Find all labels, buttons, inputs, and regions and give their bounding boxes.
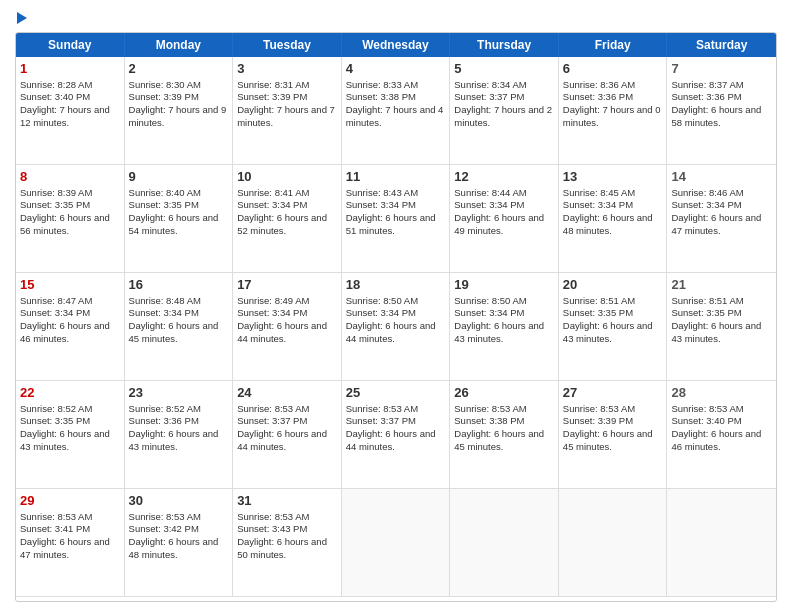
- sunrise-text: Sunrise: 8:51 AM: [671, 295, 743, 306]
- sunset-text: Sunset: 3:40 PM: [671, 415, 741, 426]
- cal-day-2: 2Sunrise: 8:30 AMSunset: 3:39 PMDaylight…: [125, 57, 234, 165]
- daylight-text: Daylight: 6 hours and 44 minutes.: [237, 428, 327, 452]
- sunrise-text: Sunrise: 8:49 AM: [237, 295, 309, 306]
- day-number: 9: [129, 168, 229, 186]
- sunset-text: Sunset: 3:41 PM: [20, 523, 90, 534]
- sunrise-text: Sunrise: 8:53 AM: [20, 511, 92, 522]
- daylight-text: Daylight: 6 hours and 48 minutes.: [129, 536, 219, 560]
- logo-arrow-icon: [17, 12, 27, 24]
- sunset-text: Sunset: 3:34 PM: [454, 307, 524, 318]
- daylight-text: Daylight: 6 hours and 44 minutes.: [346, 320, 436, 344]
- sunset-text: Sunset: 3:37 PM: [237, 415, 307, 426]
- calendar-container: SundayMondayTuesdayWednesdayThursdayFrid…: [0, 0, 792, 612]
- daylight-text: Daylight: 6 hours and 48 minutes.: [563, 212, 653, 236]
- daylight-text: Daylight: 6 hours and 45 minutes.: [563, 428, 653, 452]
- sunset-text: Sunset: 3:40 PM: [20, 91, 90, 102]
- cal-day-15: 15Sunrise: 8:47 AMSunset: 3:34 PMDayligh…: [16, 273, 125, 381]
- daylight-text: Daylight: 6 hours and 43 minutes.: [671, 320, 761, 344]
- daylight-text: Daylight: 6 hours and 44 minutes.: [237, 320, 327, 344]
- sunset-text: Sunset: 3:35 PM: [20, 199, 90, 210]
- sunset-text: Sunset: 3:36 PM: [563, 91, 633, 102]
- daylight-text: Daylight: 6 hours and 58 minutes.: [671, 104, 761, 128]
- day-number: 4: [346, 60, 446, 78]
- sunset-text: Sunset: 3:38 PM: [346, 91, 416, 102]
- day-number: 24: [237, 384, 337, 402]
- daylight-text: Daylight: 6 hours and 50 minutes.: [237, 536, 327, 560]
- sunset-text: Sunset: 3:38 PM: [454, 415, 524, 426]
- day-number: 27: [563, 384, 663, 402]
- daylight-text: Daylight: 6 hours and 49 minutes.: [454, 212, 544, 236]
- daylight-text: Daylight: 6 hours and 45 minutes.: [129, 320, 219, 344]
- sunset-text: Sunset: 3:36 PM: [671, 91, 741, 102]
- day-of-week-thursday: Thursday: [450, 33, 559, 57]
- cal-day-25: 25Sunrise: 8:53 AMSunset: 3:37 PMDayligh…: [342, 381, 451, 489]
- sunset-text: Sunset: 3:34 PM: [237, 199, 307, 210]
- sunset-text: Sunset: 3:39 PM: [129, 91, 199, 102]
- day-number: 29: [20, 492, 120, 510]
- day-number: 12: [454, 168, 554, 186]
- day-number: 26: [454, 384, 554, 402]
- sunrise-text: Sunrise: 8:43 AM: [346, 187, 418, 198]
- sunrise-text: Sunrise: 8:53 AM: [671, 403, 743, 414]
- cal-day-28: 28Sunrise: 8:53 AMSunset: 3:40 PMDayligh…: [667, 381, 776, 489]
- day-number: 28: [671, 384, 772, 402]
- daylight-text: Daylight: 6 hours and 47 minutes.: [20, 536, 110, 560]
- sunset-text: Sunset: 3:34 PM: [346, 307, 416, 318]
- day-of-week-friday: Friday: [559, 33, 668, 57]
- sunrise-text: Sunrise: 8:34 AM: [454, 79, 526, 90]
- cal-day-7: 7Sunrise: 8:37 AMSunset: 3:36 PMDaylight…: [667, 57, 776, 165]
- cal-day-11: 11Sunrise: 8:43 AMSunset: 3:34 PMDayligh…: [342, 165, 451, 273]
- sunset-text: Sunset: 3:35 PM: [563, 307, 633, 318]
- calendar: SundayMondayTuesdayWednesdayThursdayFrid…: [15, 32, 777, 602]
- day-of-week-tuesday: Tuesday: [233, 33, 342, 57]
- daylight-text: Daylight: 7 hours and 12 minutes.: [20, 104, 110, 128]
- day-number: 15: [20, 276, 120, 294]
- cal-day-1: 1Sunrise: 8:28 AMSunset: 3:40 PMDaylight…: [16, 57, 125, 165]
- day-of-week-sunday: Sunday: [16, 33, 125, 57]
- sunset-text: Sunset: 3:35 PM: [671, 307, 741, 318]
- cal-day-24: 24Sunrise: 8:53 AMSunset: 3:37 PMDayligh…: [233, 381, 342, 489]
- sunrise-text: Sunrise: 8:46 AM: [671, 187, 743, 198]
- sunrise-text: Sunrise: 8:52 AM: [20, 403, 92, 414]
- cal-day-20: 20Sunrise: 8:51 AMSunset: 3:35 PMDayligh…: [559, 273, 668, 381]
- daylight-text: Daylight: 6 hours and 43 minutes.: [454, 320, 544, 344]
- sunrise-text: Sunrise: 8:52 AM: [129, 403, 201, 414]
- daylight-text: Daylight: 7 hours and 4 minutes.: [346, 104, 444, 128]
- day-number: 7: [671, 60, 772, 78]
- day-number: 18: [346, 276, 446, 294]
- sunrise-text: Sunrise: 8:39 AM: [20, 187, 92, 198]
- calendar-header: SundayMondayTuesdayWednesdayThursdayFrid…: [16, 33, 776, 57]
- cal-day-29: 29Sunrise: 8:53 AMSunset: 3:41 PMDayligh…: [16, 489, 125, 597]
- daylight-text: Daylight: 7 hours and 2 minutes.: [454, 104, 552, 128]
- empty-cell: [450, 489, 559, 597]
- cal-day-3: 3Sunrise: 8:31 AMSunset: 3:39 PMDaylight…: [233, 57, 342, 165]
- sunset-text: Sunset: 3:34 PM: [129, 307, 199, 318]
- sunset-text: Sunset: 3:36 PM: [129, 415, 199, 426]
- sunset-text: Sunset: 3:34 PM: [454, 199, 524, 210]
- daylight-text: Daylight: 6 hours and 43 minutes.: [563, 320, 653, 344]
- cal-day-17: 17Sunrise: 8:49 AMSunset: 3:34 PMDayligh…: [233, 273, 342, 381]
- cal-day-21: 21Sunrise: 8:51 AMSunset: 3:35 PMDayligh…: [667, 273, 776, 381]
- day-number: 25: [346, 384, 446, 402]
- sunset-text: Sunset: 3:37 PM: [454, 91, 524, 102]
- empty-cell: [667, 489, 776, 597]
- daylight-text: Daylight: 6 hours and 44 minutes.: [346, 428, 436, 452]
- sunrise-text: Sunrise: 8:53 AM: [237, 403, 309, 414]
- cal-day-9: 9Sunrise: 8:40 AMSunset: 3:35 PMDaylight…: [125, 165, 234, 273]
- cal-day-27: 27Sunrise: 8:53 AMSunset: 3:39 PMDayligh…: [559, 381, 668, 489]
- cal-day-22: 22Sunrise: 8:52 AMSunset: 3:35 PMDayligh…: [16, 381, 125, 489]
- cal-day-30: 30Sunrise: 8:53 AMSunset: 3:42 PMDayligh…: [125, 489, 234, 597]
- sunset-text: Sunset: 3:39 PM: [237, 91, 307, 102]
- sunrise-text: Sunrise: 8:53 AM: [129, 511, 201, 522]
- sunrise-text: Sunrise: 8:53 AM: [563, 403, 635, 414]
- day-number: 10: [237, 168, 337, 186]
- cal-day-18: 18Sunrise: 8:50 AMSunset: 3:34 PMDayligh…: [342, 273, 451, 381]
- sunrise-text: Sunrise: 8:53 AM: [346, 403, 418, 414]
- sunrise-text: Sunrise: 8:33 AM: [346, 79, 418, 90]
- cal-day-12: 12Sunrise: 8:44 AMSunset: 3:34 PMDayligh…: [450, 165, 559, 273]
- daylight-text: Daylight: 6 hours and 46 minutes.: [20, 320, 110, 344]
- sunrise-text: Sunrise: 8:53 AM: [237, 511, 309, 522]
- sunset-text: Sunset: 3:35 PM: [129, 199, 199, 210]
- sunset-text: Sunset: 3:42 PM: [129, 523, 199, 534]
- empty-cell: [559, 489, 668, 597]
